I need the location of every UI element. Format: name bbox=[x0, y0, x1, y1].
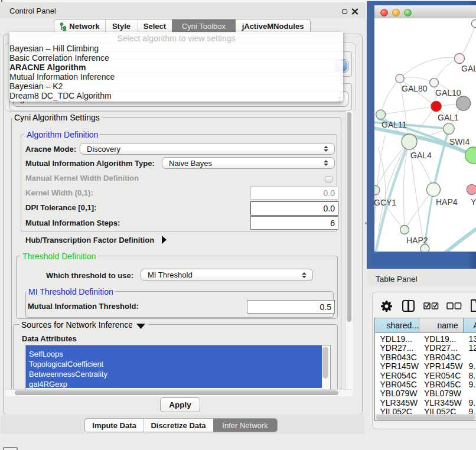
svg-text:SWI4: SWI4 bbox=[449, 137, 470, 146]
svg-text:GAL10: GAL10 bbox=[435, 88, 461, 97]
svg-text:GAL11: GAL11 bbox=[382, 120, 407, 129]
svg-text:Y: Y bbox=[471, 197, 476, 207]
svg-text:GAL4: GAL4 bbox=[410, 151, 432, 160]
svg-text:HAP4: HAP4 bbox=[436, 197, 458, 207]
svg-text:GAL: GAL bbox=[461, 64, 476, 73]
svg-text:GAL1: GAL1 bbox=[438, 113, 459, 122]
svg-text:GCY1: GCY1 bbox=[374, 198, 396, 207]
svg-text:HAP2: HAP2 bbox=[406, 236, 428, 245]
svg-text:GAL80: GAL80 bbox=[402, 84, 428, 93]
